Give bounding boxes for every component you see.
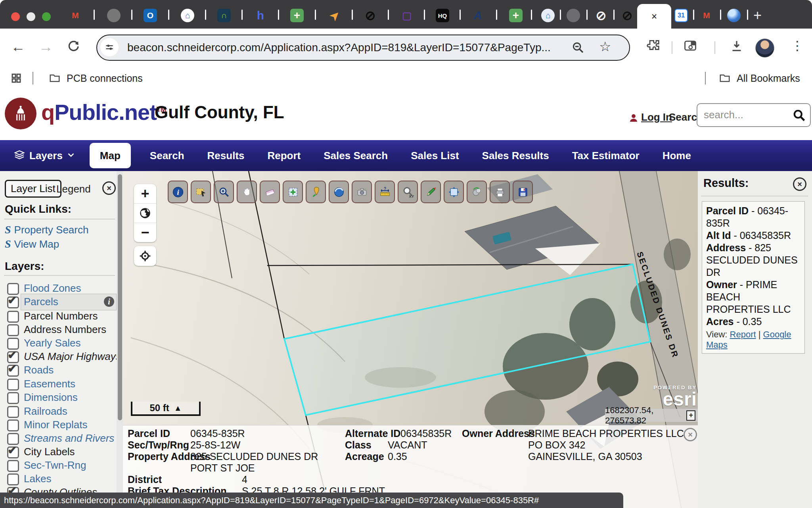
layer-row-parcel-numbers[interactable]: Parcel Numbers (0, 310, 123, 323)
checkbox[interactable] (7, 473, 19, 485)
tab-search[interactable]: Search (150, 150, 184, 162)
layer-row-city-labels[interactable]: ✔ City Labels (0, 446, 123, 459)
pinned-tab-globe-icon[interactable] (107, 9, 121, 22)
layer-row-sec-twn-rng[interactable]: Sec-Twn-Rng (0, 459, 123, 473)
layer-row-railroads[interactable]: Railroads (0, 405, 123, 419)
download-icon[interactable] (730, 39, 744, 56)
tab-sales-search[interactable]: Sales Search (324, 150, 388, 162)
quick-link-property-search[interactable]: SProperty Search (5, 223, 88, 236)
tab-home[interactable]: Home (663, 150, 691, 162)
checkbox[interactable]: ✔ (7, 365, 19, 377)
layer-row-dimensions[interactable]: Dimensions (0, 391, 123, 405)
address-bar[interactable]: beacon.schneidercorp.com/Application.asp… (96, 35, 630, 61)
pinned-tab-outlook-icon[interactable]: O (144, 9, 157, 22)
forward-icon[interactable]: → (39, 40, 53, 54)
markup-pencil-icon[interactable] (421, 181, 441, 203)
layer-row-easements[interactable]: Easements (0, 378, 123, 391)
new-tab-button[interactable]: + (753, 7, 762, 24)
layer-row-roads[interactable]: ✔ Roads (0, 364, 123, 377)
tab-legend[interactable]: Legend (56, 183, 91, 195)
scale-arrow-icon[interactable]: ▲ (174, 404, 182, 413)
tab-report[interactable]: Report (268, 150, 301, 162)
log-in-link[interactable]: Log In (641, 111, 672, 123)
url-text[interactable]: beacon.schneidercorp.com/Application.asp… (127, 41, 551, 54)
select-parcels-icon[interactable] (191, 181, 211, 203)
reload-icon[interactable] (67, 40, 80, 56)
checkbox[interactable]: ✔ (7, 446, 19, 458)
google-earth-icon[interactable] (329, 181, 349, 203)
identify-icon[interactable]: i (168, 181, 188, 203)
pinned-tab-maps-pin-icon[interactable]: ⌂ (181, 9, 194, 22)
checkbox[interactable] (7, 419, 19, 431)
layer-row-minor-replats[interactable]: Minor Replats (0, 419, 123, 432)
sidebar-scrollbar[interactable] (117, 171, 123, 508)
layer-row-lakes[interactable]: Lakes (0, 473, 123, 486)
profile-avatar[interactable] (755, 38, 774, 58)
pinned-tab-gmail-icon[interactable]: M (69, 9, 82, 22)
pinned-tab-blocked-oval-icon[interactable]: ⊘ (364, 9, 377, 22)
checkbox[interactable] (7, 283, 19, 295)
tab-sales-list[interactable]: Sales List (411, 150, 459, 162)
pan-icon[interactable] (237, 181, 257, 203)
layer-row-address-numbers[interactable]: Address Numbers (0, 323, 123, 337)
checkbox[interactable]: ✔ (7, 351, 19, 363)
search-input[interactable] (703, 106, 788, 123)
bookmark-folder-pcb-connections[interactable]: PCB connections (67, 73, 143, 84)
pinned-tab-arch-icon[interactable]: ∩ (217, 9, 231, 22)
all-bookmarks-button[interactable]: All Bookmarks (737, 73, 800, 84)
zoom-extent-icon[interactable] (444, 181, 464, 203)
checkbox[interactable] (7, 324, 19, 336)
zoom-out-page-icon[interactable] (571, 41, 585, 56)
tab-layer-list[interactable]: Layer List (5, 180, 61, 198)
identify-magnifier-icon[interactable]: XY (398, 181, 418, 203)
coordinates-plus-icon[interactable]: + (686, 410, 695, 421)
marker-icon[interactable] (306, 181, 326, 203)
tab-tax-estimator[interactable]: Tax Estimator (572, 150, 640, 162)
add-selection-icon[interactable] (283, 181, 303, 203)
pinned-tab-spreadsheet-icon[interactable]: + (290, 9, 304, 22)
browser-menu-icon[interactable]: ⋮ (791, 38, 804, 53)
extensions-puzzle-icon[interactable] (645, 38, 661, 56)
pinned-tab-maps-pin2-icon[interactable]: ⌂ (541, 9, 555, 22)
checkbox[interactable]: ✔ (7, 296, 19, 308)
scrollbar-thumb[interactable] (118, 174, 122, 420)
checkbox[interactable] (7, 392, 19, 404)
search-icon[interactable] (792, 108, 806, 124)
clear-selection-eraser-icon[interactable] (260, 181, 280, 203)
pinned-tab-blocked-dark-icon[interactable]: ⊘ (620, 9, 634, 22)
pinned-tab-hq-icon[interactable]: HQ (436, 9, 449, 22)
checkbox[interactable] (7, 406, 19, 418)
tab-sales-results[interactable]: Sales Results (482, 150, 549, 162)
tab-gmail-icon[interactable]: M (700, 9, 713, 22)
site-info-icon[interactable] (100, 38, 119, 56)
layer-row-yearly-sales[interactable]: Yearly Sales (0, 337, 123, 350)
globe-home-button[interactable] (134, 203, 156, 223)
result-card[interactable]: Parcel ID - 06345-835R Alt Id - 06345835… (702, 201, 805, 354)
save-icon[interactable] (513, 181, 533, 203)
fullscreen-window-button[interactable] (42, 12, 51, 21)
layer-row-parcels[interactable]: ✔ Parcels i (0, 296, 123, 309)
close-results-icon[interactable]: × (793, 177, 806, 191)
pinned-tab-cube-icon[interactable]: ▢ (400, 9, 414, 22)
bookmark-star-icon[interactable]: ☆ (599, 38, 611, 54)
back-icon[interactable]: ← (11, 40, 25, 54)
quick-link-view-map[interactable]: SView Map (5, 238, 59, 250)
map-scale-bar[interactable]: 50 ft ▲ (131, 402, 201, 416)
close-window-button[interactable] (11, 12, 20, 21)
checkbox[interactable] (7, 379, 19, 391)
zoom-to-selection-icon[interactable] (214, 181, 234, 203)
layers-menu[interactable]: Layers (13, 149, 75, 162)
buffer-icon[interactable] (467, 181, 487, 203)
tab-map[interactable]: Map (90, 143, 131, 168)
pinned-tab-globe2-icon[interactable] (567, 9, 580, 22)
layer-row-usa-major-highways[interactable]: ✔ USA Major Highways (0, 350, 123, 364)
pinned-tab-houzz-icon[interactable]: h (254, 9, 267, 22)
pinned-tab-spreadsheet2-icon[interactable]: + (509, 9, 523, 22)
checkbox[interactable] (7, 433, 19, 445)
pinned-tab-blocked-outline-icon[interactable]: ⊘ (594, 9, 608, 22)
checkbox[interactable] (7, 311, 19, 323)
photo-view-icon[interactable] (352, 181, 372, 203)
brand-title[interactable]: qPublic.netTM (41, 99, 166, 125)
minimize-window-button[interactable] (27, 12, 35, 21)
checkbox[interactable] (7, 338, 19, 350)
